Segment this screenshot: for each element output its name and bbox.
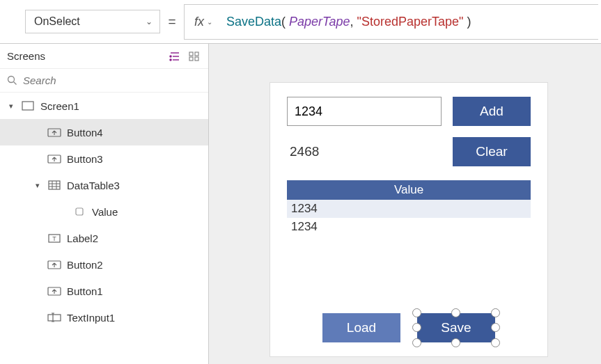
tree-item-value[interactable]: Value: [0, 198, 208, 225]
svg-rect-5: [189, 52, 193, 56]
tree-item-label: Button3: [67, 153, 103, 165]
panel-title: Screens: [7, 50, 45, 62]
tree-item-textinput1[interactable]: TextInput1: [0, 304, 208, 331]
formula-input[interactable]: fx ⌄ SaveData( PaperTape, "StoredPaperTa…: [184, 4, 598, 40]
tree-item-button3[interactable]: Button3: [0, 145, 208, 172]
svg-rect-14: [49, 181, 60, 189]
result-label: 2468: [287, 144, 319, 159]
search-input[interactable]: [23, 74, 201, 86]
svg-point-3: [170, 56, 171, 57]
textinput-icon: [47, 312, 61, 323]
tree-item-label: DataTable3: [67, 180, 120, 191]
selected-control[interactable]: Save: [417, 313, 495, 342]
number-input[interactable]: [287, 97, 442, 126]
svg-point-9: [8, 77, 15, 83]
tree-item-label: Label2: [67, 232, 98, 244]
resize-handle[interactable]: [491, 323, 500, 332]
tree-item-label: Button2: [67, 259, 103, 271]
svg-line-10: [14, 82, 17, 85]
search-icon: [7, 75, 17, 86]
app-screen: Add 2468 Clear Value 12341234 Load Save: [270, 82, 548, 357]
tree-item-label2[interactable]: TLabel2: [0, 225, 208, 251]
screen-icon: [21, 100, 35, 111]
caret-icon[interactable]: ▾: [7, 102, 15, 111]
resize-handle[interactable]: [451, 338, 460, 347]
screens-tree: ▾Screen1Button4Button3▾DataTable3ValueTL…: [0, 93, 208, 364]
tree-outline-icon[interactable]: [169, 52, 180, 61]
resize-handle[interactable]: [491, 338, 500, 347]
button-icon: [47, 259, 61, 270]
resize-handle[interactable]: [412, 338, 421, 347]
search-row: [0, 69, 208, 93]
resize-handle[interactable]: [412, 323, 421, 332]
tree-item-button4[interactable]: Button4: [0, 119, 208, 145]
caret-icon[interactable]: ▾: [33, 181, 42, 190]
resize-handle[interactable]: [491, 308, 500, 317]
tree-item-label: TextInput1: [67, 312, 115, 324]
tree-item-button1[interactable]: Button1: [0, 278, 208, 304]
svg-rect-19: [76, 208, 83, 215]
table-row[interactable]: 1234: [287, 200, 531, 218]
tree-item-label: Button1: [67, 285, 103, 297]
data-table[interactable]: Value 12341234: [287, 180, 531, 236]
button-icon: [47, 153, 61, 164]
tree-item-label: Screen1: [40, 100, 79, 112]
thumbnail-view-icon[interactable]: [189, 52, 200, 61]
label-icon: T: [47, 232, 61, 244]
formula-bar: OnSelect ⌄ = fx ⌄ SaveData( PaperTape, "…: [0, 0, 601, 44]
svg-rect-8: [195, 57, 198, 61]
tree-item-label: Button4: [67, 127, 103, 139]
add-button[interactable]: Add: [453, 97, 531, 126]
formula-text: SaveData( PaperTape, "StoredPaperTape" ): [226, 15, 471, 29]
tree-item-button2[interactable]: Button2: [0, 251, 208, 278]
property-name: OnSelect: [34, 15, 80, 28]
clear-button[interactable]: Clear: [453, 137, 531, 166]
equals-label: =: [160, 14, 184, 29]
property-dropdown[interactable]: OnSelect ⌄: [25, 10, 160, 33]
chevron-down-icon: ⌄: [207, 18, 212, 26]
svg-rect-11: [22, 102, 33, 110]
button-icon: [47, 127, 61, 138]
svg-rect-7: [189, 57, 193, 61]
datatable-icon: [47, 180, 61, 191]
chevron-down-icon: ⌄: [146, 17, 153, 26]
svg-text:T: T: [52, 235, 56, 242]
tree-item-screen1[interactable]: ▾Screen1: [0, 93, 208, 119]
datatable-header[interactable]: Value: [287, 180, 531, 200]
resize-handle[interactable]: [412, 308, 421, 317]
load-button[interactable]: Load: [322, 313, 400, 342]
table-row[interactable]: 1234: [287, 218, 531, 236]
tree-item-label: Value: [92, 206, 118, 218]
svg-rect-6: [195, 52, 198, 56]
column-icon: [72, 206, 86, 217]
canvas[interactable]: Add 2468 Clear Value 12341234 Load Save: [209, 44, 601, 364]
svg-rect-24: [48, 315, 61, 321]
resize-handle[interactable]: [451, 308, 460, 317]
fx-icon[interactable]: fx ⌄: [194, 15, 212, 29]
svg-point-4: [170, 59, 171, 61]
tree-item-datatable3[interactable]: ▾DataTable3: [0, 172, 208, 198]
tree-view-panel: Screens ▾Screen1Button4Button3▾DataTable…: [0, 44, 209, 364]
button-icon: [47, 285, 61, 296]
